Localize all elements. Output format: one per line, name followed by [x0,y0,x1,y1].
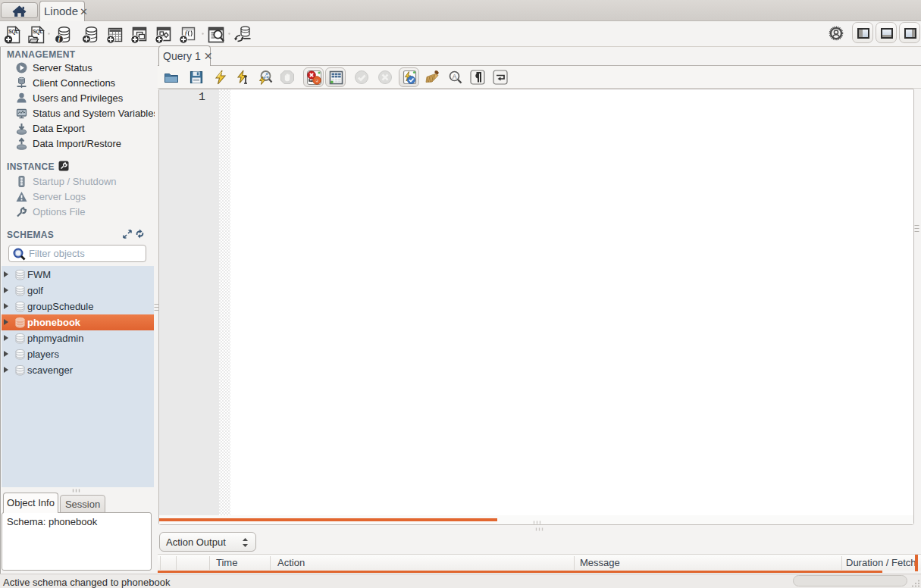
svg-text:SQL: SQL [33,29,42,35]
svg-text:SQL: SQL [8,29,18,35]
svg-text:A: A [453,73,457,80]
svg-text:i: i [58,35,60,43]
